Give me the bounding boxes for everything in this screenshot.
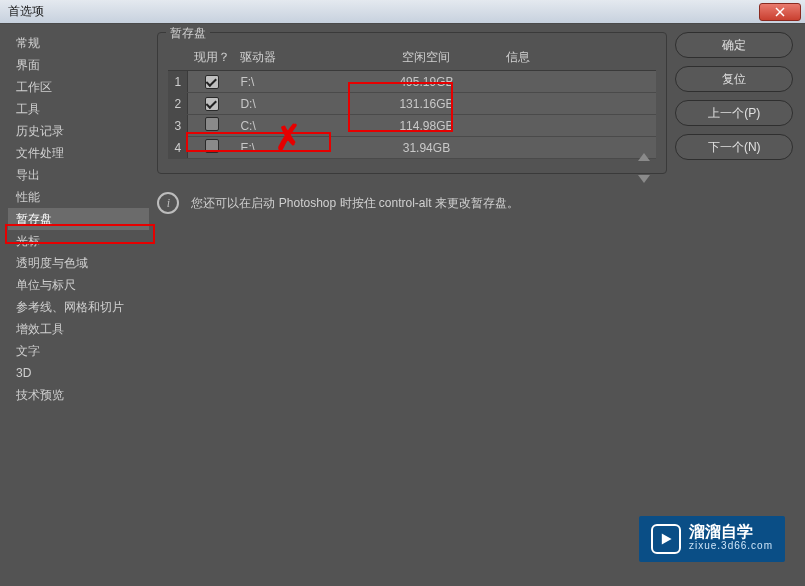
active-checkbox[interactable] <box>205 117 219 131</box>
row-index: 2 <box>168 93 188 114</box>
main-panel: 暂存盘 现用？ 驱动器 空闲空间 信息 1F:\495.19GB2D:\131.… <box>149 24 675 586</box>
window-title: 首选项 <box>8 3 44 20</box>
sidebar-item[interactable]: 导出 <box>8 164 149 186</box>
hint-text: 您还可以在启动 Photoshop 时按住 control-alt 来更改暂存盘… <box>191 195 518 212</box>
sidebar-item[interactable]: 常规 <box>8 32 149 54</box>
sidebar-item[interactable]: 3D <box>8 362 149 384</box>
panel-title: 暂存盘 <box>166 25 210 42</box>
reorder-arrows <box>638 153 650 183</box>
hint-row: i 您还可以在启动 Photoshop 时按住 control-alt 来更改暂… <box>157 192 667 214</box>
info-icon: i <box>157 192 179 214</box>
row-index: 1 <box>168 71 188 92</box>
sidebar-item[interactable]: 增效工具 <box>8 318 149 340</box>
sidebar-item[interactable]: 性能 <box>8 186 149 208</box>
row-active-cell <box>188 96 236 111</box>
svg-marker-2 <box>662 533 672 544</box>
sidebar-item[interactable]: 文字 <box>8 340 149 362</box>
table-header: 现用？ 驱动器 空闲空间 信息 <box>168 43 656 70</box>
row-active-cell <box>188 139 236 156</box>
watermark-url: zixue.3d66.com <box>689 539 773 553</box>
sidebar-item[interactable]: 工作区 <box>8 76 149 98</box>
sidebar-item[interactable]: 界面 <box>8 54 149 76</box>
titlebar: 首选项 <box>0 0 805 24</box>
row-space: 114.98GB <box>356 119 496 133</box>
header-active: 现用？ <box>188 49 236 66</box>
sidebar-item[interactable]: 技术预览 <box>8 384 149 406</box>
sidebar-item[interactable]: 历史记录 <box>8 120 149 142</box>
table-rows: 1F:\495.19GB2D:\131.16GB3C:\114.98GB4E:\… <box>168 70 656 159</box>
row-index: 3 <box>168 115 188 136</box>
close-button[interactable] <box>759 3 801 21</box>
row-drive: E:\ <box>236 141 356 155</box>
row-active-cell <box>188 74 236 89</box>
dialog-buttons: 确定 复位 上一个(P) 下一个(N) <box>675 24 805 586</box>
row-drive: F:\ <box>236 75 356 89</box>
header-info: 信息 <box>496 49 656 66</box>
row-drive: D:\ <box>236 97 356 111</box>
reset-button[interactable]: 复位 <box>675 66 793 92</box>
move-up-button[interactable] <box>638 153 650 161</box>
row-space: 31.94GB <box>356 141 496 155</box>
move-down-button[interactable] <box>638 175 650 183</box>
sidebar: 常规界面工作区工具历史记录文件处理导出性能暂存盘光标透明度与色域单位与标尺参考线… <box>0 24 149 586</box>
scratch-disk-panel: 暂存盘 现用？ 驱动器 空闲空间 信息 1F:\495.19GB2D:\131.… <box>157 32 667 174</box>
header-space: 空闲空间 <box>356 49 496 66</box>
sidebar-item[interactable]: 暂存盘 <box>8 208 149 230</box>
sidebar-item[interactable]: 文件处理 <box>8 142 149 164</box>
table-row[interactable]: 4E:\31.94GB <box>168 137 656 159</box>
active-checkbox[interactable] <box>205 75 219 89</box>
next-button[interactable]: 下一个(N) <box>675 134 793 160</box>
sidebar-item[interactable]: 透明度与色域 <box>8 252 149 274</box>
sidebar-item[interactable]: 单位与标尺 <box>8 274 149 296</box>
sidebar-item[interactable]: 参考线、网格和切片 <box>8 296 149 318</box>
row-index: 4 <box>168 137 188 158</box>
row-active-cell <box>188 117 236 134</box>
ok-button[interactable]: 确定 <box>675 32 793 58</box>
table-row[interactable]: 1F:\495.19GB <box>168 71 656 93</box>
sidebar-item[interactable]: 光标 <box>8 230 149 252</box>
row-space: 495.19GB <box>356 75 496 89</box>
header-drive: 驱动器 <box>236 49 356 66</box>
watermark: 溜溜自学 zixue.3d66.com <box>639 516 785 562</box>
row-drive: C:\ <box>236 119 356 133</box>
table-row[interactable]: 3C:\114.98GB <box>168 115 656 137</box>
table-row[interactable]: 2D:\131.16GB <box>168 93 656 115</box>
row-space: 131.16GB <box>356 97 496 111</box>
watermark-brand: 溜溜自学 <box>689 525 773 539</box>
play-icon <box>651 524 681 554</box>
prev-button[interactable]: 上一个(P) <box>675 100 793 126</box>
sidebar-item[interactable]: 工具 <box>8 98 149 120</box>
close-icon <box>775 7 785 17</box>
active-checkbox[interactable] <box>205 97 219 111</box>
active-checkbox[interactable] <box>205 139 219 153</box>
